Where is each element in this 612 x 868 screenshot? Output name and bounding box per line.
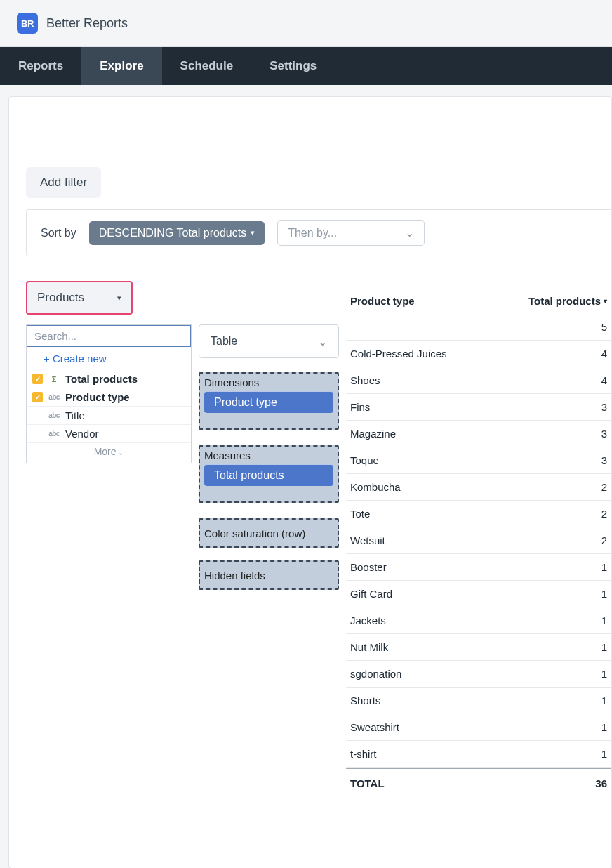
- table-row[interactable]: Gift Card1: [346, 581, 611, 607]
- table-row[interactable]: sgdonation1: [346, 661, 611, 688]
- measure-pill-total-products[interactable]: Total products: [204, 464, 333, 486]
- table-row[interactable]: 5: [346, 314, 611, 341]
- table-row[interactable]: Tote2: [346, 501, 611, 527]
- data-table: Product type Total products ▾ 5Cold-Pres…: [346, 288, 611, 798]
- cell-total: 2: [510, 501, 611, 527]
- content-card: Add filter Sort by DESCENDING Total prod…: [8, 96, 612, 868]
- table-row[interactable]: Cold-Pressed Juices4: [346, 341, 611, 367]
- cell-product-type: t-shirt: [346, 741, 510, 767]
- visualization-select[interactable]: Table ⌄: [199, 324, 339, 358]
- field-label: Total products: [65, 373, 138, 385]
- table-row[interactable]: Magazine3: [346, 421, 611, 447]
- dimension-pill-product-type[interactable]: Product type: [204, 391, 333, 413]
- field-row-vendor[interactable]: abc Vendor: [27, 425, 191, 443]
- cell-product-type: Wetsuit: [346, 527, 510, 553]
- sort-primary-label: DESCENDING Total products: [99, 227, 246, 239]
- source-select[interactable]: Products ▾: [26, 281, 133, 315]
- checkbox-unchecked: [32, 410, 43, 421]
- nav-settings[interactable]: Settings: [251, 47, 335, 85]
- nav-explore[interactable]: Explore: [81, 47, 161, 85]
- table-row[interactable]: t-shirt1: [346, 741, 611, 768]
- checkbox-unchecked: [32, 428, 43, 439]
- cell-total: 1: [510, 714, 611, 740]
- text-type-icon: abc: [47, 412, 61, 419]
- column-header-total-products[interactable]: Total products ▾: [510, 288, 611, 314]
- then-by-placeholder: Then by...: [288, 227, 337, 239]
- cell-total: 2: [510, 527, 611, 553]
- chevron-down-icon: ⌄: [318, 335, 327, 348]
- field-list: ✓ Σ Total products ✓ abc Product type ab…: [27, 370, 191, 443]
- table-row[interactable]: Kombucha2: [346, 474, 611, 501]
- cell-product-type: Booster: [346, 554, 510, 580]
- main-nav: Reports Explore Schedule Settings: [0, 47, 612, 85]
- cell-product-type: Magazine: [346, 421, 510, 447]
- measures-zone[interactable]: Measures Total products: [199, 445, 339, 503]
- cell-total: 1: [510, 688, 611, 714]
- table-row[interactable]: Sweatshirt1: [346, 714, 611, 741]
- zone-title: Color saturation (row): [203, 527, 307, 539]
- table-row[interactable]: Wetsuit2: [346, 527, 611, 554]
- visualization-label: Table: [211, 335, 237, 348]
- cell-total: 5: [510, 314, 611, 340]
- text-type-icon: abc: [47, 430, 61, 438]
- sort-bar: Sort by DESCENDING Total products ▾ Then…: [26, 209, 611, 256]
- cell-product-type: Toque: [346, 447, 510, 473]
- sort-label: Sort by: [41, 227, 76, 239]
- sigma-icon: Σ: [47, 375, 61, 383]
- add-filter-button[interactable]: Add filter: [26, 167, 101, 198]
- cell-product-type: Tote: [346, 501, 510, 527]
- nav-schedule[interactable]: Schedule: [162, 47, 252, 85]
- field-label: Product type: [65, 391, 130, 403]
- cell-total: 4: [510, 341, 611, 367]
- cell-product-type: Shoes: [346, 367, 510, 393]
- more-fields[interactable]: More ⌄: [27, 443, 191, 463]
- table-header: Product type Total products ▾: [346, 288, 611, 314]
- sort-primary[interactable]: DESCENDING Total products ▾: [89, 221, 265, 245]
- field-row-total-products[interactable]: ✓ Σ Total products: [27, 370, 191, 388]
- cell-product-type: Sweatshirt: [346, 714, 510, 740]
- cell-total: 1: [510, 661, 611, 687]
- footer-label: TOTAL: [346, 769, 510, 798]
- field-row-product-type[interactable]: ✓ abc Product type: [27, 388, 191, 407]
- brand-name: Better Reports: [46, 16, 128, 31]
- chevron-down-icon: ⌄: [117, 449, 124, 456]
- cell-total: 1: [510, 554, 611, 580]
- sort-then-by[interactable]: Then by... ⌄: [277, 220, 425, 246]
- cell-total: 3: [510, 421, 611, 447]
- caret-down-icon: ▾: [251, 228, 255, 237]
- cell-total: 4: [510, 367, 611, 393]
- cell-total: 2: [510, 474, 611, 500]
- chevron-down-icon: ⌄: [405, 226, 414, 239]
- hidden-fields-zone[interactable]: Hidden fields: [199, 560, 339, 590]
- text-type-icon: abc: [47, 393, 61, 401]
- table-row[interactable]: Fins3: [346, 394, 611, 421]
- field-row-title[interactable]: abc Title: [27, 407, 191, 425]
- table-row[interactable]: Booster1: [346, 554, 611, 581]
- cell-product-type: Kombucha: [346, 474, 510, 500]
- table-row[interactable]: Shorts1: [346, 688, 611, 714]
- caret-down-icon: ▾: [117, 294, 121, 303]
- field-panel: + Create new ✓ Σ Total products ✓ abc Pr…: [26, 324, 192, 463]
- cell-product-type: sgdonation: [346, 661, 510, 687]
- field-label: Title: [65, 409, 85, 421]
- cell-total: 1: [510, 581, 611, 607]
- table-row[interactable]: Jackets1: [346, 607, 611, 634]
- cell-product-type: Fins: [346, 394, 510, 420]
- cell-total: 3: [510, 447, 611, 473]
- nav-reports[interactable]: Reports: [0, 47, 81, 85]
- table-row[interactable]: Nut Milk1: [346, 634, 611, 661]
- cell-total: 3: [510, 394, 611, 420]
- more-label: More: [94, 446, 117, 457]
- create-new-field[interactable]: + Create new: [27, 347, 191, 370]
- column-header-product-type[interactable]: Product type: [346, 288, 510, 314]
- search-input[interactable]: [27, 325, 191, 347]
- dimensions-zone[interactable]: Dimensions Product type: [199, 372, 339, 430]
- column-header-label: Total products: [528, 295, 601, 307]
- table-footer: TOTAL 36: [346, 768, 611, 798]
- table-row[interactable]: Toque3: [346, 447, 611, 474]
- zone-title: Dimensions: [200, 374, 338, 390]
- source-select-label: Products: [37, 291, 84, 305]
- color-saturation-zone[interactable]: Color saturation (row): [199, 518, 339, 548]
- table-row[interactable]: Shoes4: [346, 367, 611, 394]
- brand-logo: BR: [17, 13, 38, 34]
